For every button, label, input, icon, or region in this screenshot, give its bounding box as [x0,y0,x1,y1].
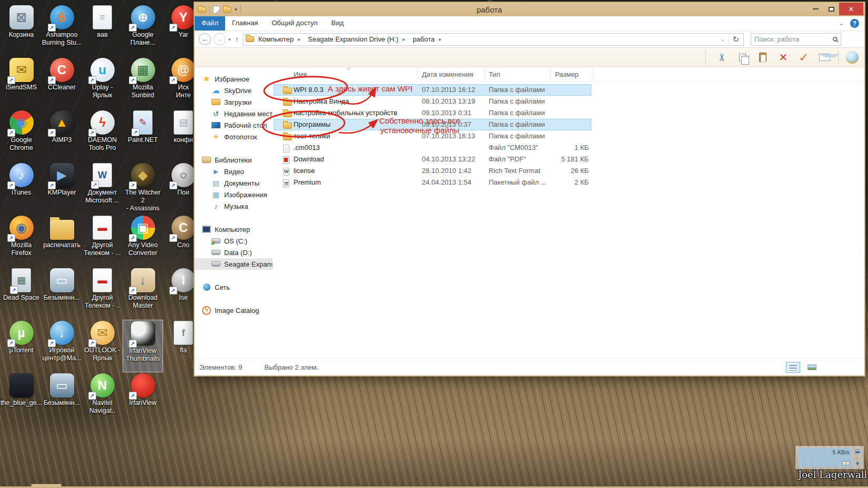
thumbnails-view-button[interactable] [805,362,819,373]
desktop-icon-game-center[interactable]: ↓Игровой центр@Ma... [42,320,82,372]
nav-item-libraries[interactable]: Библиотеки [195,154,272,166]
desktop-icon-download-master[interactable]: ↓Download Master [123,267,163,320]
tab-file[interactable]: Файл [195,16,225,30]
desktop-icon-irfanview-thumbnails[interactable]: IrfanView Thumbnails [123,320,163,372]
desktop-icon-dead-space[interactable]: ▦Dead Space [1,267,42,320]
nav-item-favorites[interactable]: Избранное [195,73,272,85]
classic-shell-icon[interactable] [845,50,859,64]
desktop-icon-bezymyann-1[interactable]: ▭Безымянн... [42,267,82,320]
nav-item-pictures[interactable]: Изображения [195,189,272,200]
apply-check-icon[interactable]: ✓ [797,50,811,64]
desktop-icon-isendsms[interactable]: ✉iSendSMS [1,57,42,109]
up-button[interactable]: ↑ [234,35,241,44]
nav-item-photostream[interactable]: Фотопоток [195,131,272,143]
tab-home[interactable]: Главная [225,16,265,30]
file-row-nastroyka-mobilnyh[interactable]: настройка мобильных устройств09.10.2013 … [272,107,864,119]
nav-item-computer[interactable]: Компьютер [195,223,272,235]
desktop-icon-recycle-bin[interactable]: ⊠Корзина [1,4,42,57]
nav-item-image-catalog[interactable]: Image Catalog [195,304,272,316]
column-header-size[interactable]: Размер [555,70,579,78]
column-divider[interactable] [550,69,551,80]
delete-icon[interactable]: ✕ [776,50,790,64]
nav-item-documents[interactable]: Документы [195,177,272,189]
copy-icon[interactable] [735,50,749,64]
desktop-icon-witcher2[interactable]: ◆The Witcher 2 - Assassins ... [123,162,163,215]
column-header-date[interactable]: Дата изменения [422,70,473,78]
desktop-icon-bezymyann-2[interactable]: ▭Безымянн... [42,372,82,425]
address-dropdown-chevron-icon[interactable]: ⌄ [721,37,725,42]
desktop-icon-ashampoo[interactable]: 6Ashampoo Burning Stu... [42,4,82,57]
desktop-icon-telekom-1[interactable]: ▬Другой Телеком - ... [82,215,123,267]
nav-item-music[interactable]: Музыка [195,200,272,212]
desktop-icon-utorrent[interactable]: µµTorrent [1,320,42,372]
desktop-icon-chrome[interactable]: ◉Google Chrome [1,109,42,162]
tab-view[interactable]: Вид [325,16,351,30]
refresh-icon[interactable]: ↻ [729,34,742,45]
desktop-icon-word-document[interactable]: WДокумент Microsoft ... [82,162,123,215]
desktop-icon-vav[interactable]: ≡вав [82,4,123,57]
mail-icon[interactable] [817,50,831,64]
column-header-name[interactable]: Имя [294,70,307,78]
file-row-license[interactable]: license28.10.2010 1:42Rich Text Format26… [272,165,864,177]
nav-item-recent-places[interactable]: Недавние места [195,108,272,119]
nav-item-desktop[interactable]: Рабочий стол [195,119,272,131]
desktop-icon-google-earth[interactable]: ⊕Google Плане... [123,4,163,57]
desktop-icon-sunbird[interactable]: ▦Mozilla Sunbird [123,57,163,109]
breadcrumb-drive[interactable]: Seagate Expansion Drive (H:) [305,35,408,43]
file-row-test-teliki[interactable]: тест телики07.10.2013 16:13Папка с файла… [272,130,864,142]
details-view-button[interactable] [786,362,800,373]
maximize-button[interactable] [823,3,839,15]
column-header-type[interactable]: Тип [489,70,500,78]
qat-dropdown-chevron-icon[interactable]: ▾ [235,7,237,12]
desktop-icon-ccleaner[interactable]: CCCleaner [42,57,82,109]
title-bar[interactable]: ▾ работа [195,3,864,16]
desktop-icon-uplay[interactable]: uUplay - Ярлык [82,57,123,109]
nav-item-downloads[interactable]: Загрузки [195,96,272,108]
nav-item-seagate-drive[interactable]: Seagate Expansion D [195,258,272,270]
desktop-icon-irfanview[interactable]: IrfanView [123,372,163,425]
new-folder-button[interactable] [223,7,231,13]
address-bar[interactable]: Компьютер Seagate Expansion Drive (H:) р… [243,33,744,46]
paste-icon[interactable] [756,50,770,64]
search-icon[interactable] [833,37,837,42]
minimize-button[interactable] [808,3,823,15]
desktop-icon-outlook[interactable]: ✉OUTLOOK - Ярлык [82,320,123,372]
desktop-icon-navitel[interactable]: NNavitel Navigat.. [82,372,123,425]
forward-button[interactable]: → [214,33,226,45]
history-dropdown-chevron-icon[interactable]: ▾ [228,37,231,42]
breadcrumb-computer[interactable]: Компьютер [255,35,304,43]
file-row-cm0013[interactable]: .cm0013Файл "CM0013"1 КБ [272,142,864,154]
desktop-icon-any-video-converter[interactable]: ▣Any Video Converter [123,215,163,267]
desktop-icon-aimp3[interactable]: ▲AIMP3 [42,109,82,162]
desktop-icon-paintnet[interactable]: ✎Paint.NET [123,109,163,162]
close-button[interactable] [839,3,863,15]
tab-share[interactable]: Общий доступ [265,16,324,30]
collapse-ribbon-chevron-icon[interactable]: ⌄ [839,20,844,27]
desktop-icon-telekom-2[interactable]: ▬Другой Телеком - .. [82,267,123,320]
file-row-download[interactable]: Download04.10.2013 13:22Файл "PDF"5 181 … [272,154,864,165]
back-button[interactable]: ← [199,33,211,45]
desktop-icon-raspechatat[interactable]: распечатать [42,215,82,267]
nav-item-videos[interactable]: Видео [195,166,272,177]
desktop-icon-firefox[interactable]: ◉Mozilla Firefox [1,215,42,267]
desktop-icon-daemon-tools[interactable]: ϟDAEMON Tools Pro [82,109,123,162]
nav-item-skydrive[interactable]: SkyDrive [195,85,272,96]
cut-scissors-icon[interactable]: ✂ [715,50,729,64]
nav-item-drive-d[interactable]: Data (D:) [195,247,272,258]
file-row-programmy[interactable]: Программы09.10.2013 0:37Папка с файлами [272,119,864,130]
column-divider[interactable] [485,69,485,80]
properties-button[interactable] [213,6,220,14]
desktop-icon-itunes[interactable]: ♪iTunes [1,162,42,215]
column-divider[interactable] [593,69,593,80]
file-row-premium[interactable]: Premium24.04.2013 1:54Пакетный файл ...2… [272,177,864,188]
search-input[interactable] [754,35,831,43]
nav-item-network[interactable]: Сеть [195,281,272,293]
file-row-wpi[interactable]: WPI 8.0.307.10.2013 16:12Папка с файлами [272,84,864,96]
help-icon[interactable]: ? [850,19,859,28]
nav-item-drive-c[interactable]: OS (C:) [195,235,272,247]
file-row-nastroyka-vinda[interactable]: Настройка Винда08.10.2013 13:19Папка с ф… [272,96,864,107]
column-divider[interactable] [417,69,418,80]
desktop-icon-the-blue-ge[interactable]: the_blue_ge... [1,372,42,425]
breadcrumb-folder[interactable]: работа [409,35,445,43]
desktop-icon-kmplayer[interactable]: ▶KMPlayer [42,162,82,215]
